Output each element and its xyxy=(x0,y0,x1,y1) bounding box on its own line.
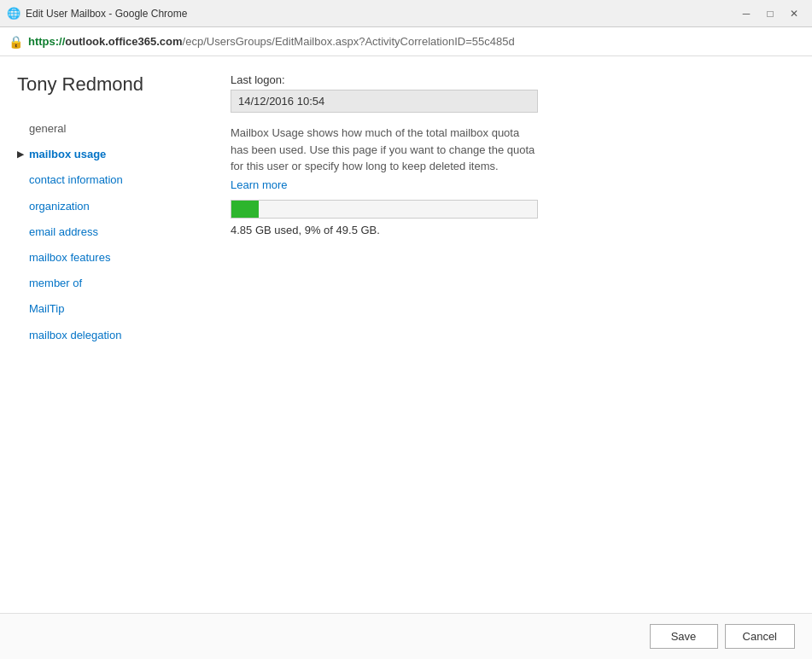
lock-icon: 🔒 xyxy=(9,35,23,49)
url-path: /ecp/UsersGroups/EditMailbox.aspx?Activi… xyxy=(183,35,515,48)
minimize-button[interactable]: ─ xyxy=(735,3,757,25)
sidebar-user: Tony Redmond xyxy=(17,73,205,96)
url-domain: outlook.office365.com xyxy=(65,35,182,48)
user-name: Tony Redmond xyxy=(17,73,205,96)
close-button[interactable]: ✕ xyxy=(783,3,805,25)
sidebar-item-contact-information[interactable]: contact information xyxy=(17,167,205,193)
usage-text: 4.85 GB used, 9% of 49.5 GB. xyxy=(231,224,795,236)
maximize-button[interactable]: □ xyxy=(759,3,781,25)
sidebar-item-organization[interactable]: organization xyxy=(17,194,205,219)
progress-fill xyxy=(231,201,259,218)
usage-progress-bar xyxy=(231,200,538,219)
learn-more-link[interactable]: Learn more xyxy=(231,178,288,191)
browser-icon: 🌐 xyxy=(7,7,20,20)
mailbox-usage-panel: Last logon: 14/12/2016 10:54 Mailbox Usa… xyxy=(205,73,795,613)
sidebar-item-mailbox-features[interactable]: mailbox features xyxy=(17,245,205,271)
cancel-button[interactable]: Cancel xyxy=(725,624,795,649)
sidebar-item-mailbox-usage[interactable]: mailbox usage xyxy=(17,142,205,167)
last-logon-label: Last logon: xyxy=(231,73,795,86)
titlebar-title: Edit User Mailbox - Google Chrome xyxy=(26,8,187,20)
more-label: more xyxy=(262,178,288,191)
url-https: https:// xyxy=(28,35,65,48)
description-text: Mailbox Usage shows how much of the tota… xyxy=(231,125,538,175)
last-logon-value: 14/12/2016 10:54 xyxy=(231,90,538,113)
sidebar-item-member-of[interactable]: member of xyxy=(17,271,205,296)
learn-more-line: Learn more xyxy=(231,178,795,191)
titlebar-left: 🌐 Edit User Mailbox - Google Chrome xyxy=(7,7,187,20)
url-display[interactable]: https://outlook.office365.com/ecp/UsersG… xyxy=(28,35,515,48)
sidebar-item-email-address[interactable]: email address xyxy=(17,219,205,245)
sidebar-item-mailbox-delegation[interactable]: mailbox delegation xyxy=(17,323,205,348)
content-area: Tony Redmond general mailbox usage conta… xyxy=(0,56,812,613)
learn-label: Learn xyxy=(231,178,259,191)
address-bar: 🔒 https://outlook.office365.com/ecp/User… xyxy=(0,27,812,56)
sidebar: Tony Redmond general mailbox usage conta… xyxy=(17,73,205,613)
titlebar-controls: ─ □ ✕ xyxy=(735,3,805,25)
sidebar-item-general[interactable]: general xyxy=(17,116,205,142)
nav-menu: general mailbox usage contact informatio… xyxy=(17,116,205,348)
titlebar: 🌐 Edit User Mailbox - Google Chrome ─ □ … xyxy=(0,0,812,27)
save-button[interactable]: Save xyxy=(650,624,718,649)
footer: Save Cancel xyxy=(0,613,812,659)
sidebar-item-mailtip[interactable]: MailTip xyxy=(17,296,205,322)
main-area: Tony Redmond general mailbox usage conta… xyxy=(0,56,812,659)
